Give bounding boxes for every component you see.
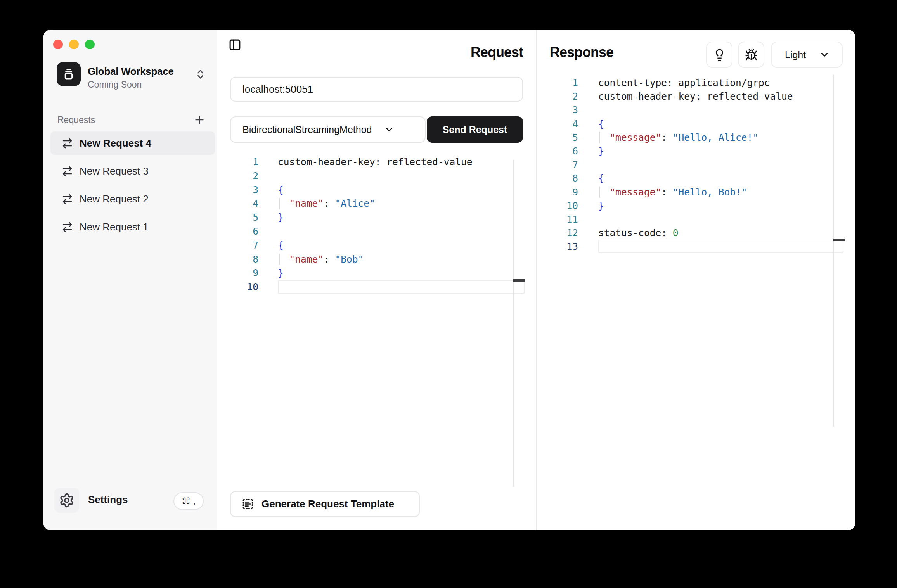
sidebar-item-new-request-4[interactable]: New Request 4 — [50, 131, 215, 155]
panel-left-icon — [229, 38, 241, 51]
request-editor-scroll-track[interactable] — [513, 160, 514, 487]
code-line: { — [598, 171, 843, 185]
requests-list: New Request 4New Request 3New Request 2N… — [50, 131, 215, 243]
sidebar-item-new-request-3[interactable]: New Request 3 — [50, 159, 215, 183]
line-number: 2 — [537, 90, 578, 103]
settings-row[interactable]: Settings ⌘ , — [43, 476, 217, 530]
code-token-brace: } — [278, 267, 284, 278]
gear-icon — [59, 493, 74, 508]
line-number: 10 — [217, 280, 258, 294]
code-line — [598, 103, 843, 117]
minimize-window-button[interactable] — [69, 40, 79, 49]
generate-template-button[interactable]: Generate Request Template — [230, 491, 420, 517]
code-token-brace: } — [598, 200, 604, 211]
code-token-string: "Alice" — [335, 198, 375, 209]
hint-button[interactable] — [706, 42, 732, 68]
sidebar-item-new-request-2[interactable]: New Request 2 — [50, 187, 215, 211]
response-editor-scroll-thumb[interactable] — [833, 239, 845, 241]
code-token-plain: custom-header-key: reflected-value — [598, 91, 793, 102]
zoom-window-button[interactable] — [85, 40, 95, 49]
code-token-plain: : — [661, 187, 673, 198]
code-token-brace: { — [598, 118, 604, 130]
code-line — [278, 169, 525, 183]
line-number: 7 — [537, 158, 578, 171]
code-token-property: "message" — [610, 132, 661, 143]
code-token-plain: : — [324, 254, 335, 265]
method-dropdown-value: BidirectionalStreamingMethod — [242, 124, 372, 135]
code-line: { — [278, 183, 525, 197]
code-token-string: "Bob" — [335, 254, 364, 265]
code-token-plain: custom-header-key: reflected-value — [278, 156, 473, 168]
code-line: { — [598, 117, 843, 131]
add-request-button[interactable] — [192, 112, 207, 127]
swap-arrows-icon — [61, 137, 73, 149]
code-token-brace: } — [278, 212, 284, 223]
method-dropdown[interactable]: BidirectionalStreamingMethod — [230, 116, 426, 143]
request-editor-scroll-thumb[interactable] — [513, 279, 525, 282]
response-panel-title: Response — [550, 44, 613, 61]
line-number: 10 — [537, 199, 578, 213]
chevron-down-icon — [819, 49, 833, 60]
sidebar-item-new-request-1[interactable]: New Request 1 — [50, 215, 215, 239]
code-line: } — [598, 199, 843, 213]
workspace-title: Global Workspace — [88, 66, 174, 78]
code-token-plain: : — [661, 132, 673, 143]
workspace-subtitle: Coming Soon — [88, 80, 142, 90]
sidebar-item-label: New Request 1 — [80, 221, 149, 233]
line-number: 4 — [217, 197, 258, 211]
code-token-property: "message" — [610, 187, 661, 198]
settings-shortcut-badge: ⌘ , — [173, 492, 204, 510]
sidebar-item-label: New Request 4 — [80, 137, 151, 149]
debug-button[interactable] — [738, 42, 764, 68]
server-url-input[interactable] — [230, 77, 523, 102]
line-number: 8 — [217, 252, 258, 266]
code-token-plain: content-type: application/grpc — [598, 77, 770, 88]
request-editor-gutter: 12345678910 — [217, 155, 258, 294]
sidebar-toggle-button[interactable] — [229, 38, 241, 51]
app-window: Global Workspace Coming Soon Requests Ne… — [43, 30, 855, 530]
line-number: 9 — [537, 185, 578, 199]
plus-icon — [193, 114, 206, 126]
code-line: "name": "Bob" — [278, 252, 525, 266]
line-number: 9 — [217, 266, 258, 280]
response-editor-scroll-track[interactable] — [833, 75, 834, 427]
response-editor-gutter: 12345678910111213 — [537, 76, 578, 253]
sidebar-item-label: New Request 3 — [80, 165, 149, 177]
request-panel: Request BidirectionalStreamingMethod Sen… — [217, 30, 537, 530]
response-editor-code: content-type: application/grpccustom-hea… — [598, 76, 843, 253]
line-number: 13 — [537, 240, 578, 253]
line-number: 5 — [217, 211, 258, 225]
send-request-label: Send Request — [443, 124, 507, 135]
line-number: 4 — [537, 117, 578, 131]
window-controls — [53, 40, 95, 49]
line-number: 3 — [217, 183, 258, 197]
request-panel-title: Request — [471, 44, 523, 61]
line-number: 11 — [537, 213, 578, 226]
line-number: 2 — [217, 169, 258, 183]
settings-button[interactable] — [54, 488, 79, 513]
close-window-button[interactable] — [53, 40, 63, 49]
code-line: } — [278, 211, 525, 225]
code-token-property: "name" — [289, 254, 324, 265]
code-token-property: "name" — [289, 198, 324, 209]
code-line: "name": "Alice" — [278, 197, 525, 211]
code-token-string: "Hello, Bob!" — [673, 187, 747, 198]
theme-dropdown[interactable]: Light — [771, 42, 843, 68]
code-line: custom-header-key: reflected-value — [598, 90, 843, 103]
send-request-button[interactable]: Send Request — [427, 116, 523, 143]
code-token-plain: status-code: — [598, 227, 673, 239]
generate-template-label: Generate Request Template — [261, 498, 394, 510]
code-line: "message": "Hello, Alice!" — [598, 131, 843, 144]
lightbulb-icon — [713, 48, 726, 61]
active-code-line — [598, 240, 843, 253]
archive-icon — [61, 67, 76, 81]
request-editor-code: custom-header-key: reflected-value{ "nam… — [278, 155, 525, 294]
sidebar: Global Workspace Coming Soon Requests Ne… — [43, 30, 218, 530]
swap-arrows-icon — [61, 221, 73, 233]
settings-label: Settings — [88, 494, 128, 506]
code-token-number: 0 — [673, 227, 679, 239]
workspace-switcher[interactable] — [195, 69, 206, 80]
line-number: 1 — [537, 76, 578, 90]
line-number: 8 — [537, 171, 578, 185]
code-token-brace: { — [278, 240, 284, 251]
